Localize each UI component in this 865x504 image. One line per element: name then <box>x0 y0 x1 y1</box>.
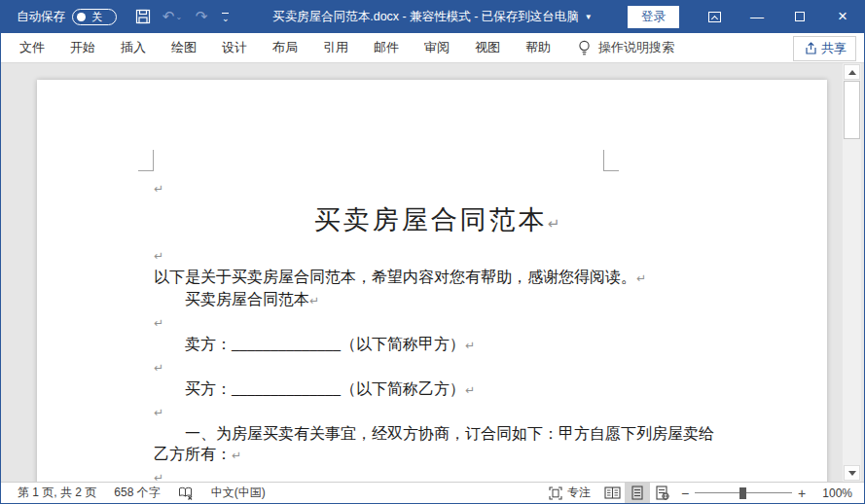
share-button[interactable]: 共享 <box>793 36 856 61</box>
tab-file[interactable]: 文件 <box>7 33 57 63</box>
scroll-down-button[interactable] <box>844 465 860 481</box>
doc-line-text: 买方：______________（以下简称乙方） <box>154 380 465 397</box>
save-icon <box>135 9 151 24</box>
tab-draw[interactable]: 绘图 <box>159 33 209 63</box>
doc-line[interactable]: ↵ <box>154 466 720 482</box>
zoom-out-button[interactable]: − <box>675 486 695 501</box>
language-status[interactable]: 中文(中国) <box>202 485 274 501</box>
maximize-button[interactable] <box>778 0 821 33</box>
tell-me-label: 操作说明搜索 <box>598 39 674 56</box>
paragraph-mark-icon: ↵ <box>465 383 475 397</box>
tab-mailings[interactable]: 邮件 <box>361 33 412 63</box>
autosave-toggle[interactable]: 关 <box>72 9 117 25</box>
language-label: 中文(中国) <box>211 485 266 501</box>
ribbon-display-icon <box>708 12 721 22</box>
tab-help[interactable]: 帮助 <box>513 33 563 63</box>
paragraph-mark-icon: ↵ <box>154 249 163 263</box>
quick-access-toolbar: ↶ ⌄ ↷ ⌄ <box>130 4 230 29</box>
doc-line[interactable]: ↵ <box>154 401 720 423</box>
doc-line[interactable]: ↵ <box>154 311 720 334</box>
customize-qat-button[interactable]: ⌄ <box>222 13 230 20</box>
proofing-book-icon <box>178 486 194 500</box>
zoom-slider-thumb[interactable] <box>739 487 746 499</box>
lightbulb-icon <box>577 40 592 56</box>
doc-line-seller[interactable]: 卖方：______________（以下简称甲方）↵ <box>154 334 720 356</box>
doc-title-line[interactable]: 买卖房屋合同范本↵ <box>154 199 720 244</box>
signin-button[interactable]: 登录 <box>628 6 679 28</box>
triangle-down-icon <box>848 471 856 476</box>
tab-view[interactable]: 视图 <box>462 33 513 63</box>
doc-line[interactable]: ↵ <box>154 177 720 199</box>
tab-insert[interactable]: 插入 <box>108 33 159 63</box>
tab-references[interactable]: 引用 <box>310 33 361 63</box>
tab-layout[interactable]: 布局 <box>260 33 310 63</box>
word-count-status[interactable]: 658 个字 <box>105 485 168 501</box>
doc-title-text: 买卖房屋合同范本 <box>314 205 548 234</box>
zoom-slider[interactable] <box>695 483 792 503</box>
read-mode-icon <box>604 486 621 499</box>
paragraph-mark-icon: ↵ <box>154 182 163 196</box>
window-title: 买卖房屋合同范本.docx - 兼容性模式 - 已保存到这台电脑 ▼ <box>272 0 593 33</box>
focus-mode-button[interactable]: 专注 <box>540 485 599 501</box>
paragraph-mark-icon: ↵ <box>309 294 319 307</box>
tab-design[interactable]: 设计 <box>209 33 260 63</box>
word-count-label: 658 个字 <box>114 485 160 501</box>
maximize-icon <box>795 12 805 21</box>
page-number-status[interactable]: 第 1 页, 共 2 页 <box>9 485 105 501</box>
print-layout-button[interactable] <box>625 483 650 503</box>
doc-line[interactable]: 买卖房屋合同范本↵ <box>154 289 720 311</box>
tab-review[interactable]: 审阅 <box>412 33 462 63</box>
undo-dropdown-icon: ⌄ <box>175 13 182 21</box>
zoom-in-button[interactable]: + <box>792 486 811 501</box>
document-area: ↵ 买卖房屋合同范本↵ ↵ 以下是关于买卖房屋合同范本，希望内容对您有帮助，感谢… <box>1 63 864 482</box>
document-page[interactable]: ↵ 买卖房屋合同范本↵ ↵ 以下是关于买卖房屋合同范本，希望内容对您有帮助，感谢… <box>37 80 827 482</box>
document-content[interactable]: ↵ 买卖房屋合同范本↵ ↵ 以下是关于买卖房屋合同范本，希望内容对您有帮助，感谢… <box>154 177 720 482</box>
doc-line[interactable]: ↵ <box>154 356 720 378</box>
minimize-button[interactable]: — <box>736 0 778 33</box>
paragraph-mark-icon: ↵ <box>232 449 241 462</box>
close-button[interactable]: × <box>821 0 864 33</box>
ribbon-display-options-button[interactable] <box>693 0 736 33</box>
doc-line-clause-one[interactable]: 一、为房屋买卖有关事宜，经双方协商，订合同如下：甲方自愿下列房屋卖给乙方所有：↵ <box>154 423 720 466</box>
share-icon <box>803 42 816 55</box>
paragraph-mark-icon: ↵ <box>636 271 646 285</box>
doc-line[interactable]: 以下是关于买卖房屋合同范本，希望内容对您有帮助，感谢您得阅读。↵ <box>154 267 720 289</box>
minimize-icon: — <box>750 10 764 23</box>
document-title-text: 买卖房屋合同范本.docx - 兼容性模式 - 已保存到这台电脑 <box>272 9 579 25</box>
paragraph-mark-icon: ↵ <box>465 339 475 352</box>
save-button[interactable] <box>130 4 156 29</box>
crop-mark-top-right <box>603 150 619 171</box>
redo-button[interactable]: ↷ <box>189 4 214 29</box>
autosave-toggle-knob <box>77 13 86 21</box>
zoom-level-button[interactable]: 100% <box>811 486 856 500</box>
web-layout-icon <box>656 486 669 500</box>
undo-icon: ↶ <box>162 8 175 25</box>
web-layout-button[interactable] <box>650 483 675 503</box>
paragraph-mark-icon: ↵ <box>154 361 163 375</box>
tell-me-search[interactable]: 操作说明搜索 <box>577 39 674 56</box>
proofing-status[interactable] <box>169 486 202 500</box>
title-dropdown-icon[interactable]: ▼ <box>585 13 593 21</box>
triangle-up-icon <box>848 70 856 75</box>
paragraph-mark-icon: ↵ <box>154 316 163 330</box>
chevron-down-icon: ⌄ <box>222 17 230 20</box>
read-mode-button[interactable] <box>599 483 625 503</box>
print-layout-icon <box>631 486 643 500</box>
tab-home[interactable]: 开始 <box>57 33 108 63</box>
close-icon: × <box>838 10 847 23</box>
vertical-scrollbar[interactable] <box>843 63 861 482</box>
status-bar: 第 1 页, 共 2 页 658 个字 中文(中国) <box>1 482 864 503</box>
doc-line[interactable]: ↵ <box>154 244 720 267</box>
word-window: 自动保存 关 ↶ ⌄ ↷ ⌄ <box>0 0 865 504</box>
scroll-up-button[interactable] <box>844 64 860 80</box>
doc-line-text: 卖方：______________（以下简称甲方） <box>154 336 465 352</box>
doc-line-text: 买卖房屋合同范本 <box>154 291 309 307</box>
autosave-group: 自动保存 关 <box>17 9 117 25</box>
titlebar-right-controls: 登录 — × <box>628 0 864 33</box>
undo-button[interactable]: ↶ ⌄ <box>160 4 185 29</box>
doc-line-text: 以下是关于买卖房屋合同范本，希望内容对您有帮助，感谢您得阅读。 <box>154 269 636 285</box>
ribbon-tab-bar: 文件 开始 插入 绘图 设计 布局 引用 邮件 审阅 视图 帮助 操作说明搜索 … <box>1 33 864 63</box>
doc-line-buyer[interactable]: 买方：______________（以下简称乙方）↵ <box>154 378 720 401</box>
paragraph-mark-icon: ↵ <box>548 215 560 233</box>
scrollbar-thumb[interactable] <box>844 81 860 139</box>
